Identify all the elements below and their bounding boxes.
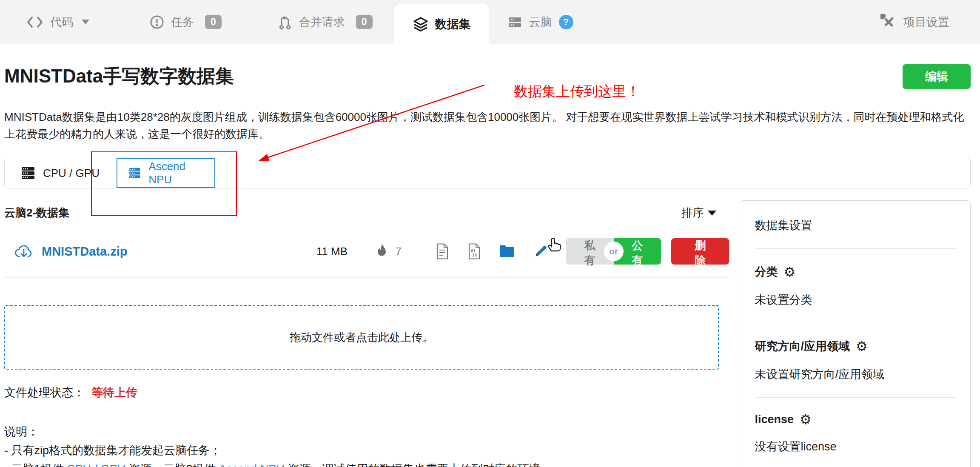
notes-line2-text: - 云脑1提供 (4, 463, 67, 467)
settings-panel-title: 数据集设置 (755, 218, 956, 233)
server-icon (508, 15, 522, 29)
nav-issues-label: 任务 (171, 14, 194, 30)
tools-icon (880, 14, 897, 30)
dataset-settings-panel: 数据集设置 分类 ⚙ 未设置分类 研究方向/应用领域 ⚙ 未设置研究方向/应用领… (740, 200, 971, 467)
pen-icon (533, 244, 548, 259)
issue-circle-icon (150, 15, 164, 29)
tab-cpu-gpu-label: CPU / GPU (43, 167, 100, 180)
nav-item-code[interactable]: 代码 (26, 14, 89, 30)
nav-settings-label: 项目设置 (903, 14, 949, 30)
file-size: 11 MB (316, 245, 376, 258)
nav-item-pull-requests[interactable]: 合并请求 0 (278, 14, 373, 30)
help-icon[interactable]: ? (559, 15, 573, 29)
layers-icon (413, 17, 428, 32)
svg-text:01: 01 (471, 249, 476, 253)
category-label: 分类 (755, 264, 778, 279)
dropzone-text: 拖动文件或者点击此处上传。 (290, 330, 433, 345)
flame-icon (376, 244, 389, 259)
research-value: 未设置研究方向/应用领域 (755, 367, 956, 382)
hand-cursor-icon (547, 235, 561, 252)
category-heading: 分类 ⚙ (755, 264, 956, 279)
tab-datasets-label: 数据集 (435, 16, 471, 32)
chevron-down-icon (82, 20, 89, 24)
cpu-gpu-link[interactable]: CPU / GPU (67, 463, 125, 467)
research-label: 研究方向/应用领域 (755, 339, 850, 354)
server-icon (21, 166, 35, 180)
edit-file-cell[interactable] (533, 244, 566, 259)
tab-ascend-npu-label: Ascend NPU (148, 160, 203, 186)
ascend-npu-link[interactable]: Ascend NPU (219, 463, 285, 467)
notes-title: 说明： (4, 422, 729, 441)
cloud-download-icon (14, 243, 33, 259)
text-file-icon (435, 243, 450, 260)
delete-button[interactable]: 删除 (671, 238, 729, 265)
nav-code-label: 代码 (50, 14, 73, 30)
notes-line-1: - 只有zip格式的数据集才能发起云脑任务； (4, 441, 729, 460)
edit-button[interactable]: 编辑 (903, 64, 971, 89)
gear-icon[interactable]: ⚙ (800, 413, 812, 426)
sort-label: 排序 (681, 205, 704, 220)
dataset-main-column: 云脑2-数据集 排序 MNISTData.zip 11 MB 7 (4, 200, 729, 467)
tab-datasets[interactable]: 数据集 (394, 4, 490, 44)
server-icon (128, 166, 141, 180)
nav-item-cloudbrain[interactable]: 云脑 ? (508, 14, 573, 30)
nav-cloudbrain-label: 云脑 (529, 14, 552, 30)
category-value: 未设置分类 (755, 292, 956, 308)
folder-cell[interactable] (499, 245, 533, 258)
file-detail-cell[interactable] (435, 243, 467, 260)
issues-count-badge: 0 (205, 15, 222, 29)
license-value: 没有设置license (755, 439, 956, 454)
binary-file-cell[interactable]: 0110 (467, 243, 499, 260)
upload-dropzone[interactable]: 拖动文件或者点击此处上传。 (4, 305, 719, 370)
hot-count-cell: 7 (376, 244, 436, 259)
code-icon (26, 16, 43, 28)
nav-item-project-settings[interactable]: 项目设置 (880, 14, 949, 30)
license-heading: license ⚙ (755, 413, 956, 426)
tab-cpu-gpu[interactable]: CPU / GPU (5, 158, 117, 188)
page-content: MNISTData手写数字数据集 编辑 MNISTData数据集是由10类28*… (0, 64, 980, 467)
notes-line2-text: 资源，云脑2提供 (125, 463, 219, 467)
divider (755, 323, 956, 323)
status-value: 等待上传 (91, 386, 137, 399)
sort-dropdown[interactable]: 排序 (681, 205, 716, 220)
section-title: 云脑2-数据集 (4, 205, 69, 220)
file-link-cell[interactable]: MNISTData.zip (4, 243, 316, 259)
or-divider: or (604, 242, 624, 261)
dataset-file-row: MNISTData.zip 11 MB 7 0110 (4, 230, 729, 278)
file-name-link[interactable]: MNISTData.zip (42, 245, 127, 259)
nav-item-issues[interactable]: 任务 0 (150, 14, 222, 30)
status-label: 文件处理状态： (4, 386, 85, 399)
hot-count: 7 (396, 245, 402, 258)
divider (755, 397, 956, 398)
folder-icon (499, 245, 515, 258)
notes-line-2: - 云脑1提供 CPU / GPU 资源，云脑2提供 Ascend NPU 资源… (4, 460, 729, 467)
tab-ascend-npu[interactable]: Ascend NPU (117, 158, 215, 188)
divider (755, 248, 956, 249)
binary-file-icon: 0110 (467, 243, 481, 260)
environment-tabs: CPU / GPU Ascend NPU (4, 158, 971, 188)
gear-icon[interactable]: ⚙ (783, 265, 795, 279)
license-label: license (755, 413, 794, 426)
research-heading: 研究方向/应用领域 ⚙ (755, 339, 956, 354)
pulls-count-badge: 0 (356, 15, 373, 29)
gear-icon[interactable]: ⚙ (856, 340, 868, 353)
notes: 说明： - 只有zip格式的数据集才能发起云脑任务； - 云脑1提供 CPU /… (4, 422, 729, 467)
nav-pulls-label: 合并请求 (299, 14, 345, 30)
svg-text:10: 10 (472, 253, 477, 257)
pull-request-icon (278, 14, 292, 30)
dataset-description: MNISTData数据集是由10类28*28的灰度图片组成，训练数据集包含600… (4, 108, 971, 142)
page-title: MNISTData手写数字数据集 (4, 64, 234, 89)
top-nav: 代码 任务 0 合并请求 0 数据集 云脑 ? 项目设置 (0, 0, 980, 44)
visibility-toggle: 私有 or 公有 (566, 238, 661, 265)
file-status-line: 文件处理状态：等待上传 (4, 385, 729, 400)
chevron-down-icon (708, 211, 716, 216)
notes-line2-text: 资源；调试使用的数据集也需要上传到对应的环境。 (285, 463, 552, 467)
